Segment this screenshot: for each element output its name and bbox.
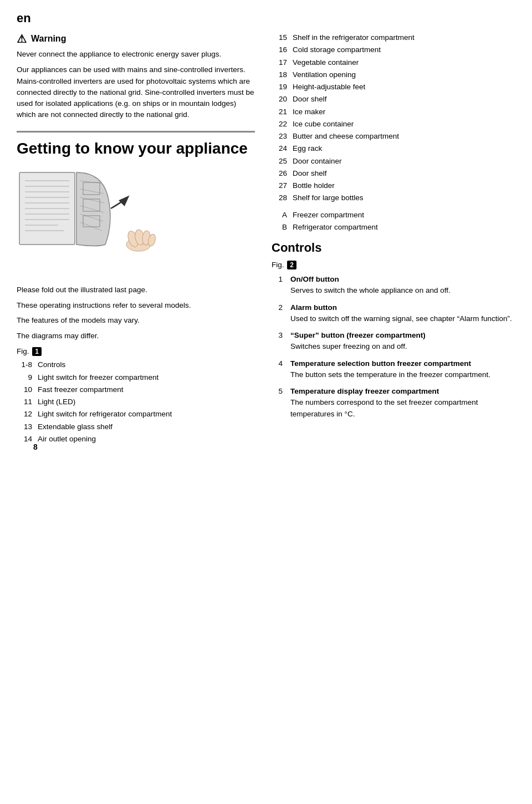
warning-icon: ⚠: [17, 32, 27, 45]
controls-list: 1 On/Off button Serves to switch the who…: [272, 274, 515, 420]
fig2-num: 2: [287, 261, 296, 269]
list-item: 28 Shelf for large bottles: [272, 192, 515, 203]
fig1-num: 1: [32, 347, 42, 356]
list-item: 11 Light (LED): [17, 396, 255, 408]
control-desc: The numbers correspond to the set freeze…: [290, 397, 515, 420]
control-desc: The button sets the temperature in the f…: [290, 369, 515, 380]
control-item-5: 5 Temperature display freezer compartmen…: [272, 386, 515, 420]
caption-2: These operating instructions refer to se…: [17, 299, 255, 312]
controls-section: Controls Fig. 2 1 On/Off button Serves t…: [272, 241, 515, 420]
list-item: 17 Vegetable container: [272, 57, 515, 68]
fig1-label: Fig. 1: [17, 347, 255, 356]
control-title: “Super” button (freezer compartment): [290, 330, 515, 341]
fig2-label: Fig. 2: [272, 261, 515, 269]
control-item-3: 3 “Super” button (freezer compartment) S…: [272, 330, 515, 353]
list-item: 9 Light switch for freezer compartment: [17, 372, 255, 383]
control-title: On/Off button: [290, 274, 515, 285]
divider: [17, 131, 255, 133]
control-title: Temperature display freezer compartment: [290, 386, 515, 397]
page-number: 8: [33, 442, 38, 451]
warning-label: Warning: [31, 34, 66, 44]
fig1-list: 1-8 Controls 9 Light switch for freezer …: [17, 359, 255, 445]
alpha-item: B Refrigerator compartment: [272, 222, 515, 233]
list-item: 10 Fast freezer compartment: [17, 384, 255, 395]
control-desc: Switches super freezing on and off.: [290, 341, 515, 352]
list-item: 14 Air outlet opening: [17, 434, 255, 445]
control-item-4: 4 Temperature selection button freezer c…: [272, 358, 515, 381]
controls-title: Controls: [272, 241, 515, 255]
alpha-list: A Freezer compartment B Refrigerator com…: [272, 210, 515, 233]
control-item-1: 1 On/Off button Serves to switch the who…: [272, 274, 515, 297]
list-item: 26 Door shelf: [272, 168, 515, 179]
list-item: 13 Extendable glass shelf: [17, 421, 255, 432]
list-item: 24 Egg rack: [272, 143, 515, 154]
caption-1: Please fold out the illustrated last pag…: [17, 284, 255, 296]
control-desc: Serves to switch the whole appliance on …: [290, 285, 515, 296]
caption-3: The features of the models may vary.: [17, 314, 255, 327]
warning-text-2: Our appliances can be used with mains an…: [17, 64, 255, 120]
control-desc: Used to switch off the warning signal, s…: [290, 313, 515, 324]
section-title: Getting to know your appliance: [17, 139, 255, 158]
alpha-item: A Freezer compartment: [272, 210, 515, 221]
list-item: 20 Door shelf: [272, 94, 515, 105]
warning-section: ⚠ Warning Never connect the appliance to…: [17, 32, 255, 121]
control-title: Alarm button: [290, 302, 515, 313]
lang-header: en: [17, 11, 515, 26]
list-item: 1-8 Controls: [17, 359, 255, 370]
control-title: Temperature selection button freezer com…: [290, 358, 515, 369]
list-item: 19 Height-adjustable feet: [272, 82, 515, 93]
list-item: 18 Ventilation opening: [272, 69, 515, 80]
list-item: 22 Ice cube container: [272, 119, 515, 130]
list-item: 16 Cold storage compartment: [272, 44, 515, 55]
control-item-2: 2 Alarm button Used to switch off the wa…: [272, 302, 515, 325]
list-item: 25 Door container: [272, 156, 515, 167]
list-item: 23 Butter and cheese compartment: [272, 131, 515, 142]
list-item: 21 Ice maker: [272, 106, 515, 118]
appliance-illustration: [17, 165, 161, 276]
warning-text-1: Never connect the appliance to electroni…: [17, 49, 255, 60]
caption-4: The diagrams may differ.: [17, 330, 255, 342]
list-item: 12 Light switch for refrigerator compart…: [17, 409, 255, 420]
warning-title: ⚠ Warning: [17, 32, 255, 45]
list-item: 27 Bottle holder: [272, 180, 515, 191]
list-item: 15 Shelf in the refrigerator compartment: [272, 32, 515, 43]
right-items-list: 15 Shelf in the refrigerator compartment…: [272, 32, 515, 204]
